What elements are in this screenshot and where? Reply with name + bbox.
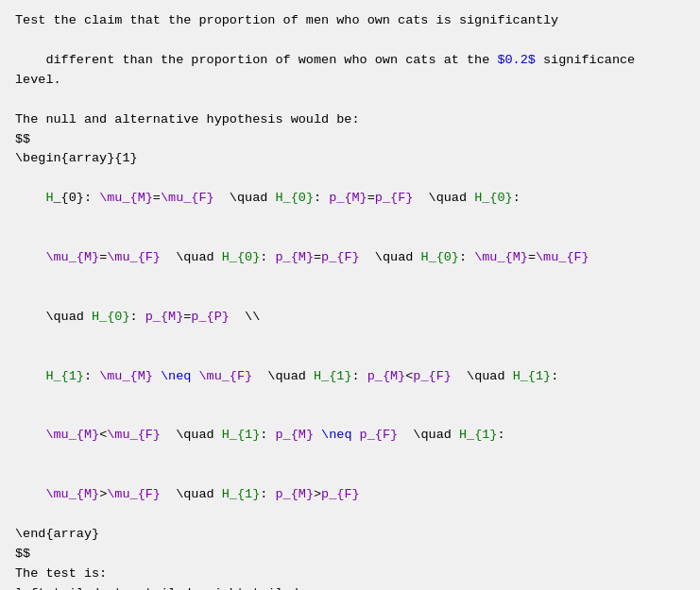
h1-line1-colon3: : (551, 369, 558, 383)
h0-line3-colon: : (130, 310, 145, 324)
h1-line2-h1c: H_{1} (459, 428, 498, 442)
h0-line3: \quad H_{0}: p_{M}=p_{P} \\ (15, 288, 685, 347)
h0-line1-sub: _{0}: (54, 191, 100, 205)
h0-line2-colon2: : (459, 250, 474, 264)
h1-line2-colon: : (260, 428, 275, 442)
test-is: The test is: (15, 565, 685, 584)
h0-line2-pf: p_{F} (321, 250, 360, 264)
h1-line1-neq: \neq (153, 369, 199, 383)
begin-array: \begin{array}{1} (15, 149, 685, 169)
null-alt-line: The null and alternative hypothesis woul… (15, 110, 685, 130)
h0-line3-dbs: \\ (230, 310, 260, 324)
h0-line2: \mu_{M}=\mu_{F} \quad H_{0}: p_{M}=p_{F}… (15, 228, 685, 288)
h0-line3-pp: p_{P} (191, 310, 230, 324)
h0-line2-mum: \mu_{M} (45, 250, 99, 264)
h1-line3-mum: \mu_{M} (45, 487, 99, 501)
h1-line1: H_{1}: \mu_{M} \neq \mu_{F} \quad H_{1}:… (15, 347, 685, 407)
h1-line2-neq: \neq (314, 428, 360, 442)
h0-line1: H_{0}: \mu_{M}=\mu_{F} \quad H_{0}: p_{M… (15, 169, 685, 228)
h0-line3-h0: H_{0} (92, 310, 130, 324)
h0-line1-quad1: \quad (214, 191, 276, 205)
h1-line2-muf: \mu_{F} (107, 428, 161, 442)
h1-line2-pf: p_{F} (360, 428, 399, 442)
h0-line2-muf: \mu_{F} (107, 250, 161, 264)
h1-line1-quad1: \quad (252, 369, 314, 383)
h0-line1-h0: H (45, 191, 53, 205)
intro-line1: Test the claim that the proportion of me… (15, 11, 685, 31)
h0-line1-h0b: H_{0} (275, 191, 314, 205)
h0-line2-colon1: : (260, 250, 275, 264)
h0-line2-eq3: = (528, 250, 536, 264)
h1-line2-pm: p_{M} (275, 428, 314, 442)
h0-line1-colon2: : (513, 191, 521, 205)
h0-line1-h0c: H_{0} (474, 191, 513, 205)
h1-line2-colon2: : (497, 428, 504, 442)
h0-line1-muf: \mu_{F} (161, 191, 214, 205)
h0-line1-mu: \mu_{M} (99, 191, 153, 205)
h0-line2-muf2: \mu_{F} (536, 250, 589, 264)
h1-line3-muf: \mu_{F} (107, 487, 161, 501)
test-options: left-tailed two-tailed right-tailed (15, 584, 685, 590)
h0-line1-eq2: = (367, 191, 375, 205)
h1-line3: \mu_{M}>\mu_{F} \quad H_{1}: p_{M}>p_{F} (15, 465, 685, 525)
h1-line1-pf: p_{F} (413, 369, 452, 383)
h1-line3-colon: : (260, 487, 275, 501)
h1-line3-h1b: H_{1} (222, 487, 261, 501)
h0-line2-h0b: H_{0} (222, 250, 261, 264)
h0-line1-eq1: = (153, 191, 161, 205)
h0-line2-quad1: \quad (161, 250, 222, 264)
h0-line3-pm: p_{M} (145, 310, 184, 324)
h1-line1-colon2: : (352, 369, 367, 383)
h0-line2-pm: p_{M} (275, 250, 314, 264)
intro-line2-math: $0.2$ (497, 53, 536, 67)
h1-line1-pm: p_{M} (367, 369, 406, 383)
h1-line3-pm: p_{M} (275, 487, 314, 501)
h1-line1-muf: \mu_{F} (198, 369, 252, 383)
h1-line3-pf: p_{F} (321, 487, 360, 501)
h1-line2-h1b: H_{1} (222, 428, 261, 442)
h1-line1-colon: : (84, 369, 99, 383)
h0-line1-quad2: \quad (413, 191, 474, 205)
h1-line1-quad2: \quad (452, 369, 513, 383)
dollar-close: $$ (15, 545, 685, 565)
h1-line1-h1b: H_{1} (314, 369, 352, 383)
intro-line2-text: different than the proportion of women w… (45, 53, 497, 67)
h1-line2: \mu_{M}<\mu_{F} \quad H_{1}: p_{M} \neq … (15, 406, 685, 465)
h0-line2-mum2: \mu_{M} (474, 250, 528, 264)
h0-line1-pf: p_{F} (375, 191, 414, 205)
main-content: Test the claim that the proportion of me… (0, 0, 700, 590)
h0-line2-quad2: \quad (360, 250, 421, 264)
h0-line1-colon1: : (314, 191, 329, 205)
h0-line2-eq2: = (314, 250, 321, 264)
h1-line1-mum: \mu_{M} (99, 369, 153, 383)
h1-line2-mum: \mu_{M} (45, 428, 99, 442)
dollar-open: $$ (15, 130, 685, 150)
h1-line2-quad2: \quad (398, 428, 459, 442)
h1-line3-gt2: > (314, 487, 321, 501)
intro-line2: different than the proportion of women w… (15, 31, 685, 110)
h1-line3-quad: \quad (161, 487, 222, 501)
h0-line2-h0c: H_{0} (420, 250, 459, 264)
h0-line3-quad: \quad (45, 310, 92, 324)
h1-line1-h1c: H_{1} (513, 369, 552, 383)
h0-line1-pm: p_{M} (329, 191, 367, 205)
end-array: \end{array} (15, 525, 685, 545)
h1-line1-h1: H_{1} (45, 369, 84, 383)
h1-line2-quad1: \quad (161, 428, 222, 442)
